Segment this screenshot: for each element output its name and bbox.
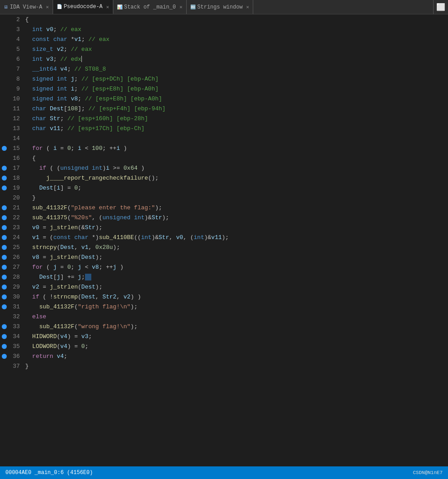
line-content[interactable]: char Str; // [esp+160h] [ebp-28h]	[23, 115, 448, 122]
breakpoint-indicator	[0, 146, 8, 151]
breakpoint-indicator	[0, 294, 8, 299]
line-content[interactable]: if ( (unsigned int)i >= 0x64 )	[23, 165, 448, 172]
table-row[interactable]: 34 HIDWORD(v4) = v3;	[0, 331, 448, 341]
table-row[interactable]: 6 int v3; // edx	[0, 54, 448, 64]
code-area: 2{3 int v0; // eax4 const char *v1; // e…	[0, 14, 448, 466]
line-content[interactable]: char v11; // [esp+17Ch] [ebp-Ch]	[23, 125, 448, 132]
table-row[interactable]: 13 char v11; // [esp+17Ch] [ebp-Ch]	[0, 123, 448, 133]
table-row[interactable]: 15 for ( i = 0; i < 100; ++i )	[0, 143, 448, 153]
table-row[interactable]: 23 v0 = j_strlen(&Str);	[0, 222, 448, 232]
line-content[interactable]: v8 = j_strlen(Dest);	[23, 254, 448, 261]
line-content[interactable]: sub_41132F("rigth flag!\n");	[23, 303, 448, 310]
table-row[interactable]: 32 else	[0, 312, 448, 321]
table-row[interactable]: 12 char Str; // [esp+160h] [ebp-28h]	[0, 113, 448, 123]
line-content[interactable]: HIDWORD(v4) = v3;	[23, 333, 448, 340]
tab-label-strings: Strings window	[197, 4, 243, 10]
table-row[interactable]: 2{	[0, 14, 448, 24]
tab-close-pseudo[interactable]: ✕	[106, 4, 109, 10]
table-row[interactable]: 3 int v0; // eax	[0, 24, 448, 34]
table-row[interactable]: 26 v8 = j_strlen(Dest);	[0, 252, 448, 262]
tab-icon-stack: 📊	[117, 5, 122, 10]
breakpoint-indicator	[0, 324, 8, 329]
tab-label-stack: Stack of _main_0	[124, 4, 176, 10]
table-row[interactable]: 14	[0, 133, 448, 143]
line-content[interactable]: v2 = j_strlen(Dest);	[23, 284, 448, 290]
line-content[interactable]: __int64 v4; // ST08_8	[23, 66, 448, 72]
table-row[interactable]: 17 if ( (unsigned int)i >= 0x64 )	[0, 163, 448, 173]
table-row[interactable]: 16 {	[0, 153, 448, 163]
line-content[interactable]: {	[23, 16, 448, 23]
table-row[interactable]: 4 const char *v1; // eax	[0, 34, 448, 44]
line-content[interactable]: j____report_rangecheckfailure();	[23, 175, 448, 181]
table-row[interactable]: 29 v2 = j_strlen(Dest);	[0, 282, 448, 292]
tab-close-stack[interactable]: ✕	[179, 4, 183, 10]
table-row[interactable]: 9 signed int i; // [esp+E8h] [ebp-A0h]	[0, 84, 448, 94]
line-content[interactable]: signed int v8; // [esp+E8h] [ebp-A0h]	[23, 95, 448, 102]
tab-close-ida[interactable]: ✕	[46, 4, 49, 10]
line-number: 21	[8, 204, 23, 211]
table-row[interactable]: 5 size_t v2; // eax	[0, 44, 448, 54]
line-content[interactable]: else	[23, 313, 448, 320]
line-content[interactable]: Dest[i] = 0;	[23, 185, 448, 191]
status-bar: 00004AE0 _main_0:6 (4156E0) CSDN@N1nE7	[0, 466, 448, 479]
bp-dot	[2, 205, 7, 210]
tab-close-strings[interactable]: ✕	[246, 4, 249, 10]
line-content[interactable]: sub_41132F("wrong flag!\n");	[23, 323, 448, 330]
line-content[interactable]: for ( i = 0; i < 100; ++i )	[23, 145, 448, 152]
table-row[interactable]: 37}	[0, 361, 448, 371]
line-content[interactable]: sub_411375("%20s", (unsigned int)&Str);	[23, 214, 448, 221]
tab-ida-view[interactable]: 🖥 IDA View-A ✕	[0, 0, 53, 14]
line-number: 10	[8, 95, 23, 102]
line-content[interactable]: Dest[j] += j;	[23, 274, 448, 280]
line-content[interactable]: }	[23, 194, 448, 201]
table-row[interactable]: 20 }	[0, 193, 448, 203]
table-row[interactable]: 18 j____report_rangecheckfailure();	[0, 173, 448, 183]
bp-dot	[2, 294, 7, 299]
line-content[interactable]: {	[23, 155, 448, 162]
line-content[interactable]: return v4;	[23, 353, 448, 360]
line-content[interactable]: v0 = j_strlen(&Str);	[23, 224, 448, 231]
line-number: 16	[8, 155, 23, 162]
table-row[interactable]: 36 return v4;	[0, 351, 448, 361]
table-row[interactable]: 24 v1 = (const char *)sub_4110BE((int)&S…	[0, 232, 448, 242]
table-row[interactable]: 25 strncpy(Dest, v1, 0x28u);	[0, 242, 448, 252]
bp-dot	[2, 324, 7, 329]
line-content[interactable]: sub_41132F("please enter the flag:");	[23, 204, 448, 211]
table-row[interactable]: 21 sub_41132F("please enter the flag:");	[0, 203, 448, 212]
table-row[interactable]: 30 if ( !strncmp(Dest, Str2, v2) )	[0, 292, 448, 302]
tab-pseudocode[interactable]: 📄 Pseudocode-A ✕	[53, 0, 113, 14]
line-number: 17	[8, 165, 23, 172]
line-number: 12	[8, 115, 23, 122]
tab-strings[interactable]: 🔤 Strings window ✕	[187, 0, 253, 14]
table-row[interactable]: 11 char Dest[108]; // [esp+F4h] [ebp-94h…	[0, 104, 448, 113]
line-content[interactable]: int v3; // edx	[23, 56, 448, 63]
line-number: 35	[8, 343, 23, 350]
line-content[interactable]: signed int i; // [esp+E8h] [ebp-A0h]	[23, 86, 448, 92]
line-content[interactable]: strncpy(Dest, v1, 0x28u);	[23, 244, 448, 251]
line-content[interactable]: size_t v2; // eax	[23, 46, 448, 53]
line-content[interactable]: signed int j; // [esp+DCh] [ebp-ACh]	[23, 76, 448, 82]
table-row[interactable]: 31 sub_41132F("rigth flag!\n");	[0, 302, 448, 312]
breakpoint-indicator	[0, 166, 8, 171]
table-row[interactable]: 8 signed int j; // [esp+DCh] [ebp-ACh]	[0, 74, 448, 84]
line-content[interactable]: v1 = (const char *)sub_4110BE((int)&Str,…	[23, 234, 448, 241]
table-row[interactable]: 27 for ( j = 0; j < v8; ++j )	[0, 262, 448, 272]
table-row[interactable]: 19 Dest[i] = 0;	[0, 183, 448, 193]
line-content[interactable]: char Dest[108]; // [esp+F4h] [ebp-94h]	[23, 105, 448, 112]
line-content[interactable]: if ( !strncmp(Dest, Str2, v2) )	[23, 294, 448, 300]
line-content[interactable]: for ( j = 0; j < v8; ++j )	[23, 264, 448, 271]
table-row[interactable]: 10 signed int v8; // [esp+E8h] [ebp-A0h]	[0, 94, 448, 104]
table-row[interactable]: 7 __int64 v4; // ST08_8	[0, 64, 448, 74]
table-row[interactable]: 28 Dest[j] += j;	[0, 272, 448, 282]
line-content[interactable]: const char *v1; // eax	[23, 36, 448, 43]
tab-stack[interactable]: 📊 Stack of _main_0 ✕	[113, 0, 187, 14]
bp-dot	[2, 176, 7, 181]
table-row[interactable]: 22 sub_411375("%20s", (unsigned int)&Str…	[0, 212, 448, 222]
table-row[interactable]: 35 LODWORD(v4) = 0;	[0, 341, 448, 351]
tab-extra[interactable]: ⬜	[433, 0, 448, 14]
line-content[interactable]: LODWORD(v4) = 0;	[23, 343, 448, 350]
line-content[interactable]: }	[23, 363, 448, 370]
line-content[interactable]: int v0; // eax	[23, 26, 448, 33]
breakpoint-indicator	[0, 354, 8, 359]
table-row[interactable]: 33 sub_41132F("wrong flag!\n");	[0, 321, 448, 331]
